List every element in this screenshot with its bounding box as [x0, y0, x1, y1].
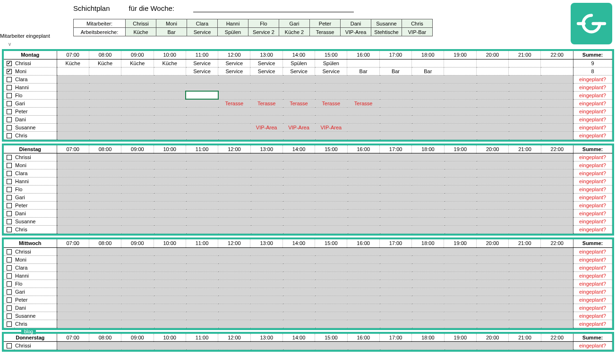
schedule-cell[interactable]	[282, 178, 315, 186]
schedule-cell[interactable]	[121, 279, 154, 288]
schedule-cell[interactable]	[186, 186, 218, 194]
schedule-cell[interactable]	[282, 304, 315, 312]
schedule-cell[interactable]	[541, 226, 573, 234]
schedule-cell[interactable]	[347, 178, 379, 186]
schedule-cell[interactable]	[282, 279, 315, 288]
schedule-cell[interactable]	[282, 342, 315, 350]
schedule-cell[interactable]	[315, 169, 347, 178]
schedule-cell[interactable]	[89, 186, 121, 194]
schedule-cell[interactable]	[121, 218, 154, 226]
schedule-cell[interactable]	[121, 247, 154, 255]
schedule-cell[interactable]	[347, 202, 379, 210]
schedule-cell[interactable]	[509, 255, 541, 263]
schedule-cell[interactable]	[121, 271, 154, 279]
schedule-cell[interactable]	[154, 288, 186, 296]
schedule-cell[interactable]	[315, 75, 347, 83]
schedule-cell[interactable]	[476, 131, 508, 139]
schedule-cell[interactable]	[57, 320, 89, 328]
schedule-cell[interactable]: Service	[186, 67, 218, 75]
schedule-cell[interactable]	[218, 271, 250, 279]
schedule-cell[interactable]	[89, 75, 121, 83]
schedule-cell[interactable]	[282, 194, 315, 202]
schedule-cell[interactable]	[412, 263, 444, 271]
schedule-cell[interactable]	[57, 83, 89, 91]
schedule-cell[interactable]	[89, 226, 121, 234]
schedule-cell[interactable]	[282, 296, 315, 304]
schedule-cell[interactable]	[186, 107, 218, 115]
schedule-cell[interactable]	[218, 202, 250, 210]
schedule-cell[interactable]	[509, 91, 541, 99]
schedule-cell[interactable]	[476, 247, 508, 255]
checkbox-susanne[interactable]	[7, 219, 12, 224]
schedule-cell[interactable]	[89, 247, 121, 255]
schedule-cell[interactable]: Service	[186, 59, 218, 67]
schedule-cell[interactable]	[476, 153, 508, 161]
schedule-cell[interactable]	[315, 320, 347, 328]
schedule-cell[interactable]	[315, 218, 347, 226]
schedule-cell[interactable]	[186, 153, 218, 161]
schedule-cell[interactable]	[57, 210, 89, 218]
schedule-cell[interactable]	[347, 226, 379, 234]
schedule-cell[interactable]	[347, 186, 379, 194]
schedule-cell[interactable]	[315, 296, 347, 304]
schedule-cell[interactable]	[121, 226, 154, 234]
schedule-cell[interactable]	[444, 288, 476, 296]
schedule-cell[interactable]	[412, 304, 444, 312]
schedule-cell[interactable]	[541, 67, 573, 75]
schedule-cell[interactable]	[379, 153, 411, 161]
schedule-cell[interactable]	[250, 279, 282, 288]
schedule-cell[interactable]	[347, 312, 379, 320]
schedule-cell[interactable]	[476, 210, 508, 218]
schedule-cell[interactable]	[218, 218, 250, 226]
schedule-cell[interactable]	[121, 115, 154, 123]
schedule-cell[interactable]	[218, 255, 250, 263]
schedule-cell[interactable]	[412, 161, 444, 169]
schedule-cell[interactable]	[379, 312, 411, 320]
schedule-cell[interactable]	[250, 107, 282, 115]
schedule-cell[interactable]	[315, 115, 347, 123]
schedule-cell[interactable]	[282, 255, 315, 263]
schedule-cell[interactable]	[89, 304, 121, 312]
schedule-cell[interactable]	[541, 169, 573, 178]
schedule-cell[interactable]	[412, 131, 444, 139]
schedule-cell[interactable]	[379, 123, 411, 131]
schedule-cell[interactable]: Spülen	[282, 59, 315, 67]
schedule-cell[interactable]	[444, 169, 476, 178]
schedule-cell[interactable]	[412, 83, 444, 91]
schedule-cell[interactable]	[57, 202, 89, 210]
schedule-cell[interactable]	[347, 59, 379, 67]
schedule-cell[interactable]	[121, 131, 154, 139]
schedule-cell[interactable]	[509, 342, 541, 350]
schedule-cell[interactable]	[154, 226, 186, 234]
schedule-cell[interactable]	[154, 312, 186, 320]
schedule-cell[interactable]	[379, 247, 411, 255]
schedule-cell[interactable]	[186, 202, 218, 210]
schedule-cell[interactable]	[347, 169, 379, 178]
schedule-cell[interactable]	[541, 296, 573, 304]
schedule-cell[interactable]	[186, 99, 218, 107]
schedule-cell[interactable]	[315, 161, 347, 169]
schedule-cell[interactable]	[379, 75, 411, 83]
schedule-cell[interactable]	[541, 161, 573, 169]
schedule-cell[interactable]	[476, 83, 508, 91]
schedule-cell[interactable]	[315, 304, 347, 312]
schedule-cell[interactable]	[57, 99, 89, 107]
schedule-cell[interactable]	[218, 320, 250, 328]
schedule-cell[interactable]	[347, 131, 379, 139]
schedule-cell[interactable]	[315, 279, 347, 288]
schedule-cell[interactable]	[444, 247, 476, 255]
schedule-cell[interactable]	[121, 202, 154, 210]
schedule-cell[interactable]	[186, 312, 218, 320]
schedule-cell[interactable]	[379, 186, 411, 194]
schedule-cell[interactable]	[250, 186, 282, 194]
schedule-cell[interactable]	[154, 342, 186, 350]
checkbox-chrissi[interactable]	[7, 61, 12, 66]
schedule-cell[interactable]: Terasse	[250, 99, 282, 107]
schedule-cell[interactable]	[121, 194, 154, 202]
schedule-cell[interactable]	[282, 83, 315, 91]
schedule-cell[interactable]	[186, 288, 218, 296]
schedule-cell[interactable]	[444, 115, 476, 123]
schedule-cell[interactable]	[89, 288, 121, 296]
schedule-cell[interactable]	[509, 279, 541, 288]
schedule-cell[interactable]	[282, 312, 315, 320]
